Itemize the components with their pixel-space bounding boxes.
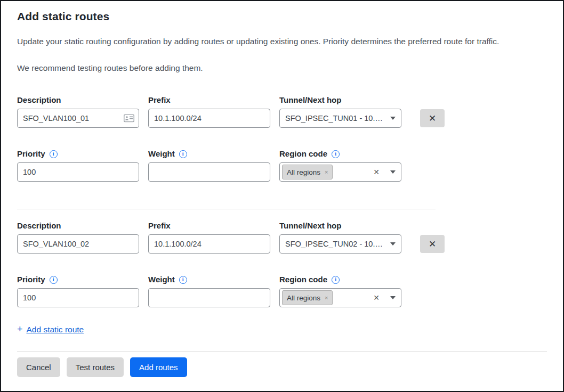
priority-input[interactable]	[17, 288, 139, 307]
region-chip: All regions ×	[282, 290, 333, 305]
add-static-routes-dialog: Add static routes Update your static rou…	[0, 0, 564, 392]
info-icon[interactable]: i	[50, 150, 58, 158]
clear-selection-icon[interactable]: ✕	[373, 293, 380, 302]
description-label: Description	[17, 221, 139, 231]
description-input[interactable]	[17, 109, 139, 128]
region-code-label: Region code i	[279, 149, 401, 159]
region-chip-label: All regions	[287, 168, 320, 176]
priority-label: Priority i	[17, 149, 139, 159]
prefix-field: Prefix	[148, 95, 270, 128]
chip-remove-icon[interactable]: ×	[325, 295, 328, 301]
priority-field: Priority i	[17, 275, 139, 307]
prefix-input[interactable]	[148, 234, 270, 254]
close-icon: ✕	[429, 239, 436, 250]
region-chip: All regions ×	[282, 165, 333, 179]
region-code-field: Region code i All regions × ✕	[279, 149, 401, 182]
add-static-route-link[interactable]: Add static route	[27, 325, 84, 334]
tunnel-select[interactable]: SFO_IPSEC_TUN02 - 10.25...	[279, 234, 401, 254]
route-block-1: Description	[17, 95, 547, 182]
chevron-down-icon	[390, 117, 396, 120]
prefix-label: Prefix	[148, 221, 270, 231]
prefix-label: Prefix	[148, 95, 270, 105]
tunnel-selected-value: SFO_IPSEC_TUN02 - 10.25...	[285, 240, 386, 248]
region-code-field: Region code i All regions × ✕	[279, 275, 401, 307]
region-code-select[interactable]: All regions × ✕	[279, 162, 401, 182]
description-label: Description	[17, 95, 139, 105]
tunnel-label: Tunnel/Next hop	[279, 95, 401, 105]
dialog-note-text: We recommend testing routes before addin…	[17, 63, 547, 73]
plus-icon: +	[17, 324, 23, 335]
tunnel-field: Tunnel/Next hop SFO_IPSEC_TUN01 - 10.25.…	[279, 95, 401, 128]
routes-form: Description	[17, 95, 547, 335]
cancel-button[interactable]: Cancel	[17, 357, 60, 377]
priority-label: Priority i	[17, 275, 139, 284]
autofill-contact-card-icon[interactable]	[124, 115, 134, 123]
info-icon[interactable]: i	[332, 276, 340, 284]
info-icon[interactable]: i	[50, 276, 58, 284]
route-block-2: Description Prefix Tunnel/Next hop SFO_I…	[17, 221, 547, 307]
weight-input[interactable]	[148, 288, 270, 307]
tunnel-select[interactable]: SFO_IPSEC_TUN01 - 10.25...	[279, 109, 401, 128]
tunnel-label: Tunnel/Next hop	[279, 221, 401, 231]
dialog-intro-text: Update your static routing configuration…	[17, 36, 547, 46]
description-input[interactable]	[17, 234, 139, 254]
region-code-label: Region code i	[279, 275, 401, 284]
remove-route-button[interactable]: ✕	[420, 235, 445, 253]
chevron-down-icon	[390, 242, 396, 246]
description-field: Description	[17, 95, 139, 128]
prefix-field: Prefix	[148, 221, 270, 254]
tunnel-field: Tunnel/Next hop SFO_IPSEC_TUN02 - 10.25.…	[279, 221, 401, 254]
test-routes-button[interactable]: Test routes	[67, 357, 124, 377]
weight-field: Weight i	[148, 149, 270, 182]
region-code-select[interactable]: All regions × ✕	[279, 288, 401, 307]
info-icon[interactable]: i	[332, 150, 340, 158]
add-routes-button[interactable]: Add routes	[130, 357, 187, 377]
info-icon[interactable]: i	[179, 276, 187, 284]
weight-field: Weight i	[148, 275, 270, 307]
weight-input[interactable]	[148, 162, 270, 182]
tunnel-selected-value: SFO_IPSEC_TUN01 - 10.25...	[285, 114, 386, 123]
description-field: Description	[17, 221, 139, 254]
chevron-down-icon	[390, 170, 396, 174]
priority-input[interactable]	[17, 162, 139, 182]
weight-label: Weight i	[148, 149, 270, 159]
route-divider	[17, 209, 436, 209]
close-icon: ✕	[429, 113, 436, 124]
page-title: Add static routes	[17, 9, 547, 24]
dialog-footer: Cancel Test routes Add routes	[1, 352, 563, 391]
weight-label: Weight i	[148, 275, 270, 284]
info-icon[interactable]: i	[179, 150, 187, 158]
prefix-input[interactable]	[148, 109, 270, 128]
priority-field: Priority i	[17, 149, 139, 182]
clear-selection-icon[interactable]: ✕	[373, 168, 380, 176]
chip-remove-icon[interactable]: ×	[325, 169, 328, 175]
remove-route-button[interactable]: ✕	[420, 109, 445, 127]
chevron-down-icon	[390, 296, 396, 299]
region-chip-label: All regions	[287, 294, 320, 302]
